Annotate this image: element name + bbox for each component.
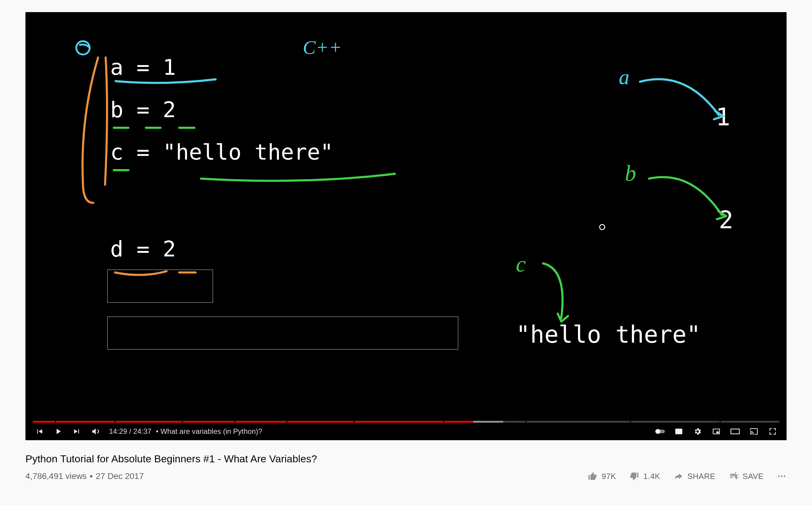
player-controls: 14:29 / 24:37 • What are variables (in P… (25, 423, 787, 440)
fullscreen-button[interactable] (765, 424, 780, 439)
playlist-add-icon (729, 471, 739, 481)
upload-date: 27 Dec 2017 (96, 471, 144, 481)
chapter-label: What are variables (in Python)? (160, 427, 262, 436)
time-current: 14:29 (109, 427, 127, 436)
thumb-down-icon (629, 471, 639, 481)
more-horizontal-icon (777, 471, 787, 481)
var-c-label: c (516, 251, 526, 277)
play-button[interactable] (51, 424, 65, 439)
arrow-b (646, 167, 737, 221)
share-label: SHARE (687, 472, 715, 481)
thumb-up-icon (588, 471, 597, 481)
share-icon (673, 471, 683, 481)
svg-point-5 (778, 475, 780, 477)
cast-button[interactable] (747, 424, 761, 439)
svg-point-2 (655, 429, 660, 434)
save-button[interactable]: SAVE (729, 471, 764, 481)
svg-rect-4 (731, 429, 739, 434)
video-player[interactable]: C++ a = 1 b = 2 c = "hello there" d = 2 (25, 12, 787, 440)
var-b-label: b (625, 160, 636, 186)
miniplayer-button[interactable] (709, 424, 723, 439)
like-count: 97K (602, 472, 616, 481)
settings-button[interactable] (690, 424, 705, 439)
dot-separator: • (90, 471, 93, 481)
dislike-count: 1.4K (643, 472, 660, 481)
time-display: 14:29 / 24:37 (109, 427, 151, 436)
dislike-button[interactable]: 1.4K (629, 471, 660, 481)
autoplay-toggle[interactable] (653, 424, 667, 439)
video-title: Python Tutorial for Absolute Beginners #… (25, 453, 787, 465)
svg-point-6 (781, 475, 782, 477)
like-button[interactable]: 97K (588, 471, 616, 481)
empty-box-1 (107, 270, 213, 303)
empty-box-2 (107, 316, 458, 350)
video-frame: C++ a = 1 b = 2 c = "hello there" d = 2 (25, 12, 787, 440)
meta-row: 4,786,491 views • 27 Dec 2017 97K 1.4K S… (25, 471, 787, 481)
theater-button[interactable] (728, 424, 743, 439)
svg-point-7 (784, 475, 785, 477)
svg-point-0 (76, 41, 90, 54)
more-actions-button[interactable] (777, 471, 787, 481)
save-label: SAVE (743, 472, 764, 481)
time-total: 24:37 (133, 427, 151, 436)
arrow-a (637, 69, 734, 121)
subtitles-button[interactable] (671, 424, 686, 439)
cursor-indicator (599, 224, 605, 230)
annotation-strokes (44, 30, 437, 303)
svg-rect-3 (716, 432, 719, 433)
volume-button[interactable] (89, 424, 103, 439)
view-count: 4,786,491 views (25, 471, 87, 481)
arrow-c (537, 261, 580, 327)
chapter-name[interactable]: • What are variables (in Python)? (154, 427, 262, 436)
share-button[interactable]: SHARE (673, 471, 715, 481)
var-a-label: a (619, 65, 629, 89)
next-button[interactable] (69, 424, 84, 439)
previous-button[interactable] (32, 424, 47, 439)
